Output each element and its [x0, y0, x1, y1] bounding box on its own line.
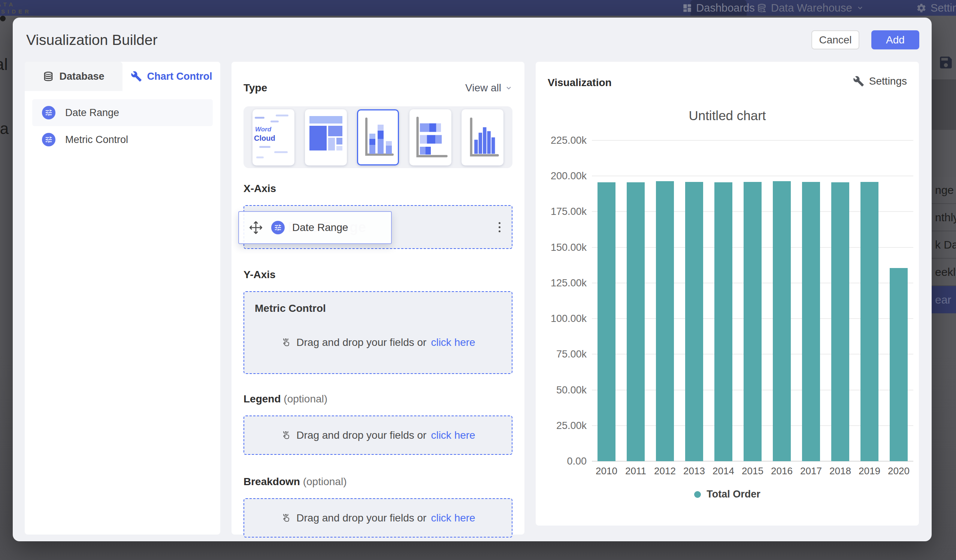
- builder-panel: Type View all Word Cloud: [231, 62, 524, 535]
- breakdown-dropzone[interactable]: Drag and drop your fields or click here: [244, 498, 513, 538]
- tap-hand-icon: [281, 513, 292, 524]
- chart-legend: Total Order: [536, 488, 919, 500]
- nav-dashboards[interactable]: Dashboards: [690, 0, 747, 16]
- bar-2014[interactable]: [714, 182, 732, 461]
- nav-settings[interactable]: Settings: [916, 0, 956, 16]
- breakdown-optional-suffix: (optional): [303, 476, 347, 487]
- tab-chart-control[interactable]: Chart Control: [123, 62, 220, 91]
- bar-2010[interactable]: [598, 182, 615, 461]
- click-here-link[interactable]: click here: [431, 512, 475, 524]
- bar-2020[interactable]: [890, 268, 908, 461]
- chart-type-treemap[interactable]: [305, 109, 347, 165]
- chart-type-stacked-column[interactable]: [357, 109, 399, 165]
- tools-icon: [131, 71, 142, 82]
- legend-dropzone[interactable]: Drag and drop your fields or click here: [244, 416, 513, 455]
- y-axis-label: Y-Axis: [244, 269, 513, 281]
- word-cloud-text-1: Word: [255, 126, 271, 133]
- tab-chart-control-label: Chart Control: [147, 71, 212, 82]
- tools-icon: [853, 75, 864, 87]
- x-axis-dropzone[interactable]: Date Range Date Range: [244, 205, 513, 249]
- x-axis-menu-kebab-icon[interactable]: [498, 222, 500, 232]
- plot-area: [592, 140, 913, 461]
- chevron-down-icon: [856, 4, 864, 12]
- chart-type-word-cloud[interactable]: Word Cloud: [253, 109, 294, 165]
- bar-2016[interactable]: [773, 181, 791, 461]
- control-field-icon: [271, 221, 285, 234]
- visualization-header: Visualization: [548, 77, 612, 89]
- chart-type-tray: Word Cloud: [244, 106, 513, 168]
- top-navbar: DATA INSIDER Dashboards Data Warehouse S…: [0, 0, 956, 16]
- visualization-panel: Visualization Settings Untitled chart 22…: [536, 62, 919, 525]
- metric-control-group-label: Metric Control: [255, 303, 326, 314]
- bar-2018[interactable]: [831, 182, 849, 461]
- dashboard-grid-icon: [682, 3, 692, 13]
- field-list: Date RangeMetric Control: [25, 91, 220, 162]
- tab-database[interactable]: Database: [25, 62, 123, 91]
- app-logo: DATA INSIDER: [0, 1, 31, 15]
- click-here-link[interactable]: click here: [431, 337, 475, 348]
- stacked-column-icon: [358, 110, 398, 164]
- drop-placeholder-text: Drag and drop your fields or: [296, 337, 426, 348]
- occluded-heading-fragment: al: [0, 55, 8, 74]
- save-icon[interactable]: [938, 55, 954, 71]
- modal-title: Visualization Builder: [26, 32, 158, 48]
- occluded-text-fragment: ta: [0, 120, 9, 138]
- nav-settings-label: Settings: [931, 2, 956, 14]
- control-field-icon: [42, 133, 55, 146]
- screen: DATA INSIDER Dashboards Data Warehouse S…: [0, 0, 956, 560]
- nav-data-warehouse[interactable]: Data Warehouse: [757, 0, 864, 16]
- type-label: Type: [244, 82, 267, 94]
- legend-optional-suffix: (optional): [284, 393, 327, 405]
- tap-hand-icon: [281, 337, 292, 348]
- database-icon: [43, 71, 54, 82]
- drop-placeholder-text: Drag and drop your fields or: [296, 429, 426, 441]
- bars: [592, 140, 913, 461]
- bar-2011[interactable]: [627, 182, 645, 461]
- chart-settings-label: Settings: [869, 75, 907, 87]
- nav-dashboards-label: Dashboards: [696, 2, 755, 14]
- field-item-label: Metric Control: [65, 134, 128, 146]
- dragged-field-card[interactable]: Date Range: [238, 211, 392, 244]
- logo-line-2: INSIDER: [0, 8, 31, 15]
- fields-panel-tabs: Database Chart Control: [25, 62, 220, 91]
- view-all-label: View all: [465, 82, 501, 94]
- y-axis-labels: 225.00k200.00k175.00k150.00k125.00k100.0…: [536, 140, 586, 461]
- bar-2012[interactable]: [656, 181, 674, 461]
- click-here-link[interactable]: click here: [431, 429, 475, 441]
- bar-2017[interactable]: [802, 182, 820, 461]
- view-all-button[interactable]: View all: [465, 82, 513, 94]
- chevron-down-icon: [505, 84, 513, 92]
- move-icon: [248, 220, 264, 235]
- field-item-date-range[interactable]: Date Range: [32, 99, 213, 126]
- field-item-metric-control[interactable]: Metric Control: [32, 126, 213, 153]
- histogram-icon: [462, 109, 503, 165]
- visualization-builder-modal: Visualization Builder Cancel Add Databas…: [13, 17, 932, 541]
- drop-placeholder-text: Drag and drop your fields or: [296, 512, 426, 524]
- control-field-icon: [42, 106, 55, 119]
- logo-line-1: DATA: [0, 1, 31, 8]
- stacked-bar-icon: [409, 109, 451, 165]
- field-item-label: Date Range: [65, 107, 119, 119]
- chart-settings-button[interactable]: Settings: [853, 75, 907, 87]
- database-warehouse-icon: [757, 3, 767, 13]
- chart-type-stacked-bar[interactable]: [409, 109, 451, 165]
- y-axis-dropzone[interactable]: Metric Control Drag and drop your fields…: [244, 291, 513, 374]
- legend-series-name: Total Order: [706, 488, 761, 500]
- fields-panel: Database Chart Control Date RangeMetric …: [25, 62, 220, 535]
- nav-data-warehouse-label: Data Warehouse: [771, 2, 852, 14]
- bar-2019[interactable]: [860, 182, 879, 461]
- cancel-button[interactable]: Cancel: [811, 30, 859, 49]
- bullet-dot: [0, 16, 6, 21]
- x-axis-labels: 2010201120122013201420152016201720182019…: [592, 465, 913, 477]
- word-cloud-text-2: Cloud: [254, 134, 275, 143]
- breakdown-label: Breakdown (optional): [244, 476, 513, 488]
- x-axis-label: X-Axis: [244, 183, 513, 195]
- dragged-field-label: Date Range: [292, 221, 348, 234]
- bar-2013[interactable]: [685, 182, 703, 461]
- add-button[interactable]: Add: [871, 30, 919, 49]
- chart-type-histogram[interactable]: [462, 109, 503, 165]
- bar-2015[interactable]: [744, 182, 762, 461]
- legend-dot: [694, 491, 701, 498]
- gear-icon: [916, 3, 926, 13]
- tab-database-label: Database: [59, 71, 104, 82]
